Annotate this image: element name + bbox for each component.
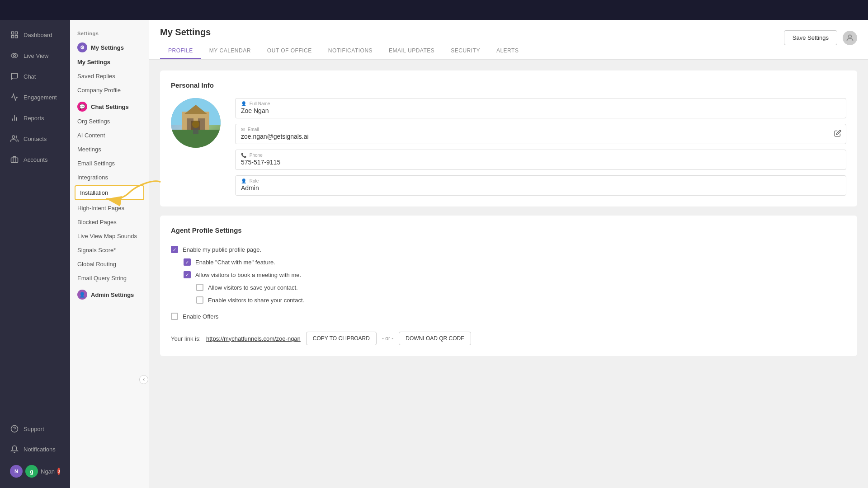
tab-notifications[interactable]: NOTIFICATIONS xyxy=(320,43,381,59)
checkbox-enable-chat-with-me[interactable]: Enable "Chat with me" feature. xyxy=(184,256,846,268)
group-chat-settings-label: Chat Settings xyxy=(91,103,129,110)
tab-email-updates[interactable]: EMAIL UPDATES xyxy=(381,43,443,59)
chat-settings-group-icon: 💬 xyxy=(77,102,87,112)
admin-settings-group-icon: 👤 xyxy=(77,290,87,300)
email-field: ✉ Email zoe.ngan@getsignals.ai xyxy=(235,124,846,144)
nav-dashboard[interactable]: Dashboard xyxy=(3,25,67,45)
form-fields: 👤 Full Name Zoe Ngan ✉ Email zoe.ngan@g xyxy=(235,98,846,196)
link-label-text: Your link is: xyxy=(171,335,201,342)
cb-allow-save-contact[interactable] xyxy=(196,284,203,291)
cb-enable-chat-with-me[interactable] xyxy=(184,258,191,266)
phone-field: 📞 Phone 575-517-9115 xyxy=(235,150,846,170)
collapse-sidebar-button[interactable] xyxy=(139,375,148,384)
group-chat-settings[interactable]: 💬 Chat Settings xyxy=(70,97,149,114)
content-header-left: My Settings PROFILE MY CALENDAR OUT OF O… xyxy=(160,27,527,59)
tab-my-calendar[interactable]: MY CALENDAR xyxy=(201,43,259,59)
sidebar-email-query-string[interactable]: Email Query String xyxy=(70,271,149,285)
cb-enable-offers[interactable] xyxy=(171,313,178,320)
personal-info-title: Personal Info xyxy=(171,81,846,89)
cb-allow-book-meeting[interactable] xyxy=(184,271,191,278)
sidebar-global-routing[interactable]: Global Routing xyxy=(70,257,149,271)
cb-enable-share-contact-label: Enable visitors to share your contact. xyxy=(208,297,304,304)
checkbox-enable-offers[interactable]: Enable Offers xyxy=(171,310,846,323)
cb-enable-share-contact[interactable] xyxy=(196,296,203,304)
tab-out-of-office[interactable]: OUT OF OFFICE xyxy=(259,43,320,59)
cb-enable-chat-with-me-label: Enable "Chat with me" feature. xyxy=(195,259,275,266)
sidebar-installation[interactable]: Installation xyxy=(75,185,144,200)
nav-live-view-label: Live View xyxy=(24,52,48,59)
nav-engagement[interactable]: Engagement xyxy=(3,87,67,107)
sidebar-signals-score[interactable]: Signals Score* xyxy=(70,243,149,257)
personal-info-card: Personal Info xyxy=(160,70,857,206)
live-view-icon xyxy=(10,51,19,60)
cb-allow-save-contact-label: Allow visitors to save your contact. xyxy=(208,284,298,291)
nav-support[interactable]: Support xyxy=(3,419,67,439)
full-name-field: 👤 Full Name Zoe Ngan xyxy=(235,98,846,118)
checkbox-allow-book-meeting[interactable]: Allow visitors to book a meeting with me… xyxy=(184,268,846,281)
sidebar-blocked-pages-label: Blocked Pages xyxy=(77,219,117,225)
cb-enable-public-profile[interactable] xyxy=(171,246,178,253)
sidebar-live-view-map-sounds[interactable]: Live View Map Sounds xyxy=(70,229,149,243)
engagement-icon xyxy=(10,93,19,102)
nav-user[interactable]: N g Ngan 3 xyxy=(3,460,67,483)
link-url: https://mychatfunnels.com/zoe-ngan xyxy=(206,335,301,342)
sidebar-high-intent-pages[interactable]: High-Intent Pages xyxy=(70,201,149,215)
checkbox-enable-share-contact[interactable]: Enable visitors to share your contact. xyxy=(196,294,846,306)
settings-sidebar: Settings ⚙ My Settings My Settings Saved… xyxy=(70,20,149,488)
save-settings-button[interactable]: Save Settings xyxy=(784,30,837,45)
nav-notifications[interactable]: Notifications xyxy=(3,439,67,459)
tab-alerts[interactable]: ALERTS xyxy=(488,43,527,59)
sidebar-saved-replies[interactable]: Saved Replies xyxy=(70,69,149,83)
content-body: Personal Info xyxy=(149,60,868,376)
nav-contacts[interactable]: Contacts xyxy=(3,129,67,149)
checkbox-allow-save-contact[interactable]: Allow visitors to save your contact. xyxy=(196,281,846,294)
group-admin-settings[interactable]: 👤 Admin Settings xyxy=(70,285,149,302)
sidebar-ai-content[interactable]: AI Content xyxy=(70,128,149,142)
top-bar xyxy=(0,0,868,20)
sidebar-email-settings-label: Email Settings xyxy=(77,160,115,167)
role-field: 👤 Role Admin xyxy=(235,175,846,196)
nav-chat[interactable]: Chat xyxy=(3,66,67,86)
nav-accounts-label: Accounts xyxy=(24,156,47,163)
nav-live-view[interactable]: Live View xyxy=(3,46,67,66)
nav-reports[interactable]: Reports xyxy=(3,108,67,128)
notifications-icon xyxy=(10,445,19,454)
group-admin-settings-label: Admin Settings xyxy=(91,291,134,298)
svg-rect-17 xyxy=(193,128,198,134)
sidebar-my-settings[interactable]: My Settings xyxy=(70,55,149,69)
svg-rect-5 xyxy=(11,158,18,163)
profile-avatar[interactable] xyxy=(171,98,221,148)
sidebar-org-settings[interactable]: Org Settings xyxy=(70,114,149,128)
page-title: My Settings xyxy=(160,27,527,38)
user-badge: 3 xyxy=(57,468,60,475)
content-header: My Settings PROFILE MY CALENDAR OUT OF O… xyxy=(149,20,868,60)
tab-profile[interactable]: PROFILE xyxy=(160,43,201,59)
nav-chat-label: Chat xyxy=(24,73,36,80)
phone-value: 575-517-9115 xyxy=(241,159,840,166)
my-settings-group-icon: ⚙ xyxy=(77,42,87,52)
nav-support-label: Support xyxy=(24,426,44,432)
role-value: Admin xyxy=(241,184,840,192)
group-my-settings[interactable]: ⚙ My Settings xyxy=(70,38,149,55)
sidebar-company-profile[interactable]: Company Profile xyxy=(70,83,149,97)
phone-label: 📞 Phone xyxy=(241,153,840,158)
group-my-settings-label: My Settings xyxy=(91,44,124,51)
copy-to-clipboard-button[interactable]: COPY TO CLIPBOARD xyxy=(306,332,377,345)
agent-settings-title: Agent Profile Settings xyxy=(171,226,846,234)
svg-point-8 xyxy=(849,35,852,38)
download-qr-code-button[interactable]: DOWNLOAD QR CODE xyxy=(399,332,471,345)
tab-security[interactable]: SECURITY xyxy=(443,43,488,59)
nav-engagement-label: Engagement xyxy=(24,94,57,101)
role-label: 👤 Role xyxy=(241,178,840,183)
or-text: - or - xyxy=(382,335,393,342)
sidebar-global-routing-label: Global Routing xyxy=(77,261,116,267)
svg-point-4 xyxy=(12,136,15,138)
user-name-label: Ngan xyxy=(41,468,55,475)
sidebar-email-settings[interactable]: Email Settings xyxy=(70,156,149,170)
checkbox-enable-public-profile[interactable]: Enable my public profile page. xyxy=(171,243,846,256)
sidebar-integrations[interactable]: Integrations xyxy=(70,170,149,184)
sidebar-blocked-pages[interactable]: Blocked Pages xyxy=(70,215,149,229)
edit-email-icon[interactable] xyxy=(834,130,841,139)
nav-accounts[interactable]: Accounts xyxy=(3,150,67,169)
sidebar-meetings[interactable]: Meetings xyxy=(70,142,149,156)
